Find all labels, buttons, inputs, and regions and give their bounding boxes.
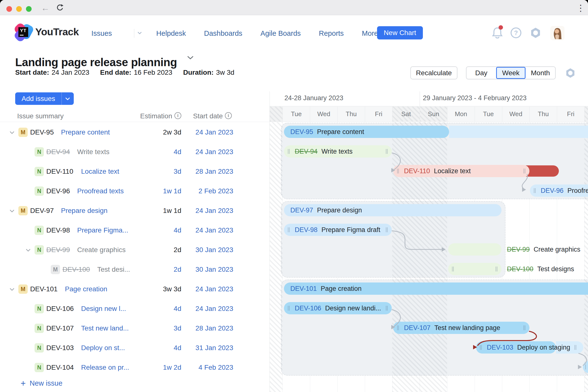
drag-handle-left[interactable] — [288, 306, 290, 311]
drag-handle-right[interactable] — [386, 149, 388, 154]
issue-id[interactable]: DEV-110 — [46, 168, 73, 176]
issue-id[interactable]: DEV-106 — [46, 305, 74, 312]
drag-handle-left[interactable] — [288, 227, 290, 232]
nav-item-reports[interactable]: Reports — [319, 30, 344, 38]
title-chevron-down-icon[interactable] — [187, 55, 194, 61]
gantt-bar-dev-100[interactable] — [448, 263, 502, 275]
drag-handle-left[interactable] — [397, 325, 399, 330]
youtrack-logo[interactable]: YT — [16, 24, 32, 41]
table-row-dev-99[interactable]: NDEV-99Create graphics2d30 Jan 2023 — [0, 240, 270, 260]
new-issue-button[interactable]: + New issue — [20, 379, 62, 387]
recalculate-button[interactable]: Recalculate — [410, 66, 458, 80]
start-date-value[interactable]: 24 Jan 2023 — [184, 128, 233, 136]
gantt-bar-dev-99[interactable] — [448, 243, 502, 256]
estimation-info-icon[interactable]: i — [174, 112, 181, 119]
issue-id[interactable]: DEV-95 — [30, 128, 54, 136]
table-row-dev-98[interactable]: NDEV-98Prepare Figma...4d24 Jan 2023 — [0, 220, 270, 240]
drag-handle-right[interactable] — [524, 325, 525, 330]
start-date-value[interactable]: 30 Jan 2023 — [184, 266, 233, 274]
issue-id[interactable]: DEV-100 — [62, 266, 90, 274]
estimation-value[interactable]: 3d — [132, 168, 181, 176]
table-row-dev-110[interactable]: NDEV-110Localize text3d28 Jan 2023 — [0, 162, 270, 181]
estimation-value[interactable]: 3d — [132, 324, 181, 332]
nav-item-dashboards[interactable]: Dashboards — [204, 30, 242, 38]
bar-label[interactable]: DEV-99Create graphics — [507, 243, 580, 256]
issue-id[interactable]: DEV-97 — [30, 207, 54, 214]
issue-id[interactable]: DEV-103 — [46, 344, 74, 352]
table-row-dev-107[interactable]: NDEV-107Test new land...3d28 Jan 2023 — [0, 318, 270, 338]
bar-label[interactable]: DEV-96Proofread texts — [541, 184, 588, 197]
start-date-value[interactable]: 4 Feb 2023 — [184, 364, 233, 372]
drag-handle-right[interactable] — [386, 306, 388, 311]
new-chart-button[interactable]: New Chart — [377, 26, 423, 40]
scale-option-week[interactable]: Week — [496, 67, 526, 79]
table-row-dev-103[interactable]: NDEV-103Deploy on st...4d31 Jan 2023 — [0, 338, 270, 358]
start-date-value[interactable]: 28 Jan 2023 — [184, 168, 233, 176]
drag-handle-right[interactable] — [574, 345, 576, 350]
drag-handle-left[interactable] — [452, 266, 454, 272]
drag-handle-left[interactable] — [397, 168, 399, 174]
table-row-dev-94[interactable]: NDEV-94Write texts4d24 Jan 2023 — [0, 142, 270, 162]
estimation-value[interactable]: 1w 1d — [132, 187, 181, 195]
table-row-dev-95[interactable]: MDEV-95Prepare content2w 3d24 Jan 2023 — [0, 122, 270, 142]
issue-summary-link[interactable]: Create graphics — [77, 246, 126, 254]
start-date-info-icon[interactable]: i — [225, 112, 232, 119]
issue-summary-link[interactable]: Write texts — [77, 148, 110, 156]
issue-summary-link[interactable]: Release on pr... — [81, 364, 129, 372]
start-date-value[interactable]: 24 Jan 2023 — [184, 226, 233, 234]
table-row-dev-96[interactable]: NDEV-96Proofread texts1w 1d2 Feb 2023 — [0, 181, 270, 201]
browser-back-icon[interactable]: ← — [41, 3, 50, 13]
start-date-value[interactable]: 30 Jan 2023 — [184, 246, 233, 254]
expand-chevron-icon[interactable] — [26, 248, 31, 253]
expand-chevron-icon[interactable] — [9, 209, 15, 214]
estimation-value[interactable]: 4d — [132, 344, 181, 352]
table-row-dev-104[interactable]: NDEV-104Release on pr...1w 2d4 Feb 2023 — [0, 358, 270, 377]
scale-option-month[interactable]: Month — [526, 67, 555, 79]
bar-label[interactable]: DEV-110Localize text — [404, 165, 471, 177]
issue-summary-link[interactable]: Proofread texts — [77, 187, 124, 195]
start-date-value[interactable]: 28 Jan 2023 — [184, 324, 233, 332]
start-date-value[interactable]: 31 Jan 2023 — [184, 344, 233, 352]
issue-summary-link[interactable]: Test new land... — [81, 324, 129, 332]
bar-label[interactable]: DEV-94Write texts — [295, 145, 352, 158]
bar-label[interactable]: DEV-101Page creation — [290, 282, 362, 295]
issue-id[interactable]: DEV-96 — [46, 187, 70, 195]
nav-item-more[interactable]: More — [362, 30, 378, 38]
expand-chevron-icon[interactable] — [9, 288, 15, 292]
drag-handle-left[interactable] — [534, 188, 536, 193]
drag-handle-right[interactable] — [386, 227, 388, 232]
issue-id[interactable]: DEV-94 — [46, 148, 70, 156]
expand-chevron-icon[interactable] — [9, 131, 15, 135]
bar-label[interactable]: DEV-106Design new landi... — [295, 302, 381, 314]
table-row-dev-100[interactable]: MDEV-100Test desi...2d30 Jan 2023 — [0, 260, 270, 279]
issue-summary-link[interactable]: Prepare content — [61, 128, 110, 136]
chart-settings-icon[interactable] — [565, 68, 576, 80]
scale-option-day[interactable]: Day — [466, 67, 496, 79]
close-window-button[interactable] — [6, 6, 12, 12]
notifications-bell-icon[interactable] — [491, 25, 504, 41]
issue-summary-link[interactable]: Page creation — [65, 285, 107, 293]
issue-id[interactable]: DEV-98 — [46, 226, 70, 234]
issue-summary-link[interactable]: Prepare Figma... — [77, 226, 128, 234]
nav-item-agile-boards[interactable]: Agile Boards — [260, 30, 300, 38]
issue-summary-link[interactable]: Design new l... — [81, 305, 126, 312]
minimize-window-button[interactable] — [16, 6, 22, 12]
table-row-dev-106[interactable]: NDEV-106Design new l...4d24 Jan 2023 — [0, 299, 270, 318]
add-issues-button[interactable]: Add issues — [15, 92, 62, 105]
estimation-value[interactable]: 4d — [132, 305, 181, 312]
browser-reload-icon[interactable] — [56, 4, 64, 13]
issue-summary-link[interactable]: Localize text — [81, 168, 119, 176]
bar-label[interactable]: DEV-97Prepare design — [290, 204, 362, 216]
estimation-value[interactable]: 4d — [132, 226, 181, 234]
issue-id[interactable]: DEV-104 — [46, 364, 74, 372]
start-date-value[interactable]: 2 Feb 2023 — [184, 187, 233, 195]
help-icon[interactable]: ? — [510, 27, 522, 40]
table-row-dev-101[interactable]: MDEV-101Page creation3w 3d24 Jan 2023 — [0, 279, 270, 299]
issue-id[interactable]: DEV-99 — [46, 246, 70, 254]
bar-label[interactable]: DEV-95Prepare content — [290, 126, 364, 138]
user-avatar[interactable] — [550, 26, 564, 40]
issue-summary-link[interactable]: Prepare design — [61, 207, 108, 214]
issue-summary-link[interactable]: Deploy on st... — [81, 344, 125, 352]
nav-item-issues[interactable]: Issues — [92, 30, 112, 38]
estimation-value[interactable]: 4d — [132, 148, 181, 156]
